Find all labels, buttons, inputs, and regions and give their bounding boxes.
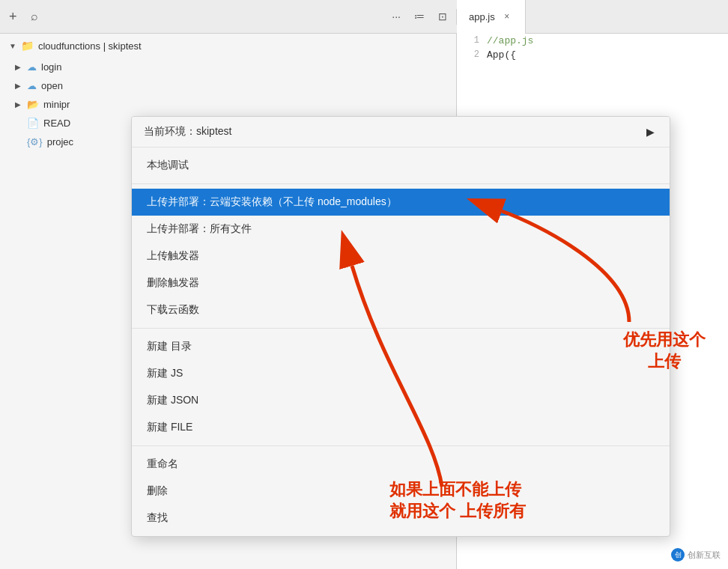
menu-item-rename[interactable]: 重命名 — [132, 451, 670, 478]
watermark-logo: 创 — [671, 548, 685, 562]
watermark-text: 创新互联 — [688, 550, 721, 561]
sidebar-item-label-read: READ — [43, 118, 70, 129]
file-icon-read: 📄 — [27, 118, 39, 129]
menu-section-2: 上传并部署：云端安装依赖（不上传 node_modules） 上传并部署：所有文… — [132, 184, 670, 329]
collapse-arrow: ▼ — [9, 42, 16, 50]
menu-item-new-js[interactable]: 新建 JS — [132, 360, 670, 387]
tab-appjs[interactable]: app.js × — [457, 0, 526, 34]
menu-header: 当前环境：skiptest ▶ — [132, 117, 670, 147]
menu-section-1: 本地调试 — [132, 147, 670, 184]
menu-item-new-json[interactable]: 新建 JSON — [132, 387, 670, 414]
add-icon[interactable]: + — [9, 9, 17, 25]
menu-item-delete-trigger[interactable]: 删除触发器 — [132, 270, 670, 296]
project-folder-icon: 📁 — [21, 40, 34, 52]
line-content-1: //app.js — [487, 35, 533, 46]
item-arrow-open: ▶ — [15, 82, 22, 90]
menu-section-3: 新建 目录 新建 JS 新建 JSON 新建 FILE — [132, 329, 670, 446]
folder-icon-minipr: 📂 — [27, 99, 39, 110]
menu-item-upload-cloud[interactable]: 上传并部署：云端安装依赖（不上传 node_modules） — [132, 189, 670, 216]
menu-item-delete[interactable]: 删除 — [132, 478, 670, 505]
sidebar-item-minipr[interactable]: ▶ 📂 minipr — [0, 95, 456, 114]
more-icon[interactable]: ··· — [392, 10, 401, 22]
split-icon[interactable]: ⊡ — [438, 10, 447, 22]
sidebar-toolbar: + ⌕ ··· ≔ ⊡ — [0, 9, 457, 25]
watermark: 创 创新互联 — [671, 548, 721, 562]
cloud-icon-open: ☁ — [27, 80, 37, 91]
search-icon[interactable]: ⌕ — [31, 10, 38, 23]
settings-icon-project: {⚙} — [27, 136, 43, 147]
sidebar-item-login[interactable]: ▶ ☁ login — [0, 58, 456, 76]
tab-filename: app.js — [469, 11, 495, 22]
item-arrow-minipr: ▶ — [15, 100, 22, 109]
sidebar-item-label-minipr: minipr — [43, 99, 70, 110]
sidebar-item-label-project: projec — [47, 136, 73, 147]
menu-header-arrow-icon: ▶ — [643, 124, 658, 139]
menu-item-new-dir[interactable]: 新建 目录 — [132, 333, 670, 360]
menu-item-download-func[interactable]: 下载云函数 — [132, 296, 670, 323]
sidebar-item-open[interactable]: ▶ ☁ open — [0, 76, 456, 95]
line-number-2: 2 — [457, 49, 487, 61]
sort-icon[interactable]: ≔ — [414, 10, 425, 22]
menu-section-4: 重命名 删除 查找 — [132, 446, 670, 536]
sidebar-header[interactable]: ▼ 📁 cloudfunctions | skiptest — [0, 34, 456, 58]
menu-item-upload-all[interactable]: 上传并部署：所有文件 — [132, 216, 670, 243]
context-menu: 当前环境：skiptest ▶ 本地调试 上传并部署：云端安装依赖（不上传 no… — [131, 116, 670, 537]
menu-item-upload-trigger[interactable]: 上传触发器 — [132, 243, 670, 270]
menu-item-find[interactable]: 查找 — [132, 505, 670, 532]
item-arrow-login: ▶ — [15, 63, 22, 71]
project-label: cloudfunctions | skiptest — [38, 40, 142, 52]
line-number-1: 1 — [457, 35, 487, 46]
menu-header-label: 当前环境：skiptest — [144, 125, 231, 139]
editor-tabs: app.js × — [457, 0, 728, 34]
editor-line-2: 2 App({ — [457, 48, 728, 62]
cloud-icon-login: ☁ — [27, 61, 37, 73]
menu-item-local-debug[interactable]: 本地调试 — [132, 152, 670, 179]
tab-close-button[interactable]: × — [501, 10, 513, 22]
sidebar-item-label-open: open — [41, 80, 63, 91]
editor-line-1: 1 //app.js — [457, 34, 728, 48]
menu-item-new-file[interactable]: 新建 FILE — [132, 414, 670, 441]
top-bar: + ⌕ ··· ≔ ⊡ app.js × — [0, 0, 728, 34]
line-content-2: App({ — [487, 49, 516, 61]
sidebar-item-label-login: login — [41, 61, 61, 73]
